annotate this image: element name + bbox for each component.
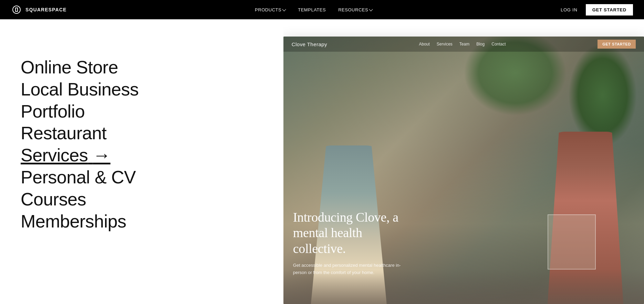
menu-item-portfolio[interactable]: Portfolio: [21, 101, 263, 122]
main-content: Online Store Local Business Portfolio Re…: [0, 19, 644, 304]
nav-center-links: PRODUCTS TEMPLATES RESOURCES: [255, 7, 372, 12]
nav-resources[interactable]: RESOURCES: [338, 7, 372, 12]
preview-nav-team: Team: [459, 42, 469, 47]
preview-text-overlay: Introducing Clove, a mental health colle…: [293, 210, 410, 276]
preview-nav-blog: Blog: [476, 42, 485, 47]
get-started-button[interactable]: GET STARTED: [586, 4, 633, 16]
products-chevron-icon: [282, 7, 286, 11]
resources-chevron-icon: [369, 7, 373, 11]
squarespace-logo-icon: [11, 4, 22, 15]
logo-text: SQUARESPACE: [25, 7, 66, 12]
services-arrow-icon: →: [93, 145, 110, 165]
nav-templates[interactable]: TEMPLATES: [298, 7, 326, 12]
left-menu-panel: Online Store Local Business Portfolio Re…: [0, 19, 283, 304]
preview-nav: Clove Therapy About Services Team Blog C…: [283, 37, 644, 52]
preview-nav-links: About Services Team Blog Contact: [419, 42, 506, 47]
menu-item-services[interactable]: Services →: [21, 145, 263, 166]
menu-item-memberships[interactable]: Memberships: [21, 211, 263, 232]
menu-item-online-store[interactable]: Online Store: [21, 57, 263, 78]
preview-get-started-btn[interactable]: GET STARTED: [598, 40, 636, 49]
menu-item-local-business[interactable]: Local Business: [21, 79, 263, 100]
logo[interactable]: SQUARESPACE: [11, 4, 66, 15]
preview-nav-services: Services: [437, 42, 453, 47]
nav-products[interactable]: PRODUCTS: [255, 7, 285, 12]
preview-brand: Clove Therapy: [292, 41, 327, 47]
menu-item-restaurant[interactable]: Restaurant: [21, 123, 263, 144]
top-navigation: SQUARESPACE PRODUCTS TEMPLATES RESOURCES…: [0, 0, 644, 19]
furniture-table: [548, 214, 596, 270]
preview-nav-contact: Contact: [491, 42, 506, 47]
menu-item-personal-cv[interactable]: Personal & CV: [21, 167, 263, 188]
menu-item-courses[interactable]: Courses: [21, 189, 263, 210]
preview-panel: Clove Therapy About Services Team Blog C…: [283, 19, 644, 304]
preview-nav-about: About: [419, 42, 429, 47]
login-button[interactable]: LOG IN: [561, 7, 578, 12]
website-preview: Clove Therapy About Services Team Blog C…: [283, 37, 644, 304]
preview-headline: Introducing Clove, a mental health colle…: [293, 210, 410, 257]
nav-right-actions: LOG IN GET STARTED: [561, 4, 633, 16]
preview-subtext: Get accessible and personalized mental h…: [293, 262, 410, 276]
category-menu: Online Store Local Business Portfolio Re…: [21, 57, 263, 232]
